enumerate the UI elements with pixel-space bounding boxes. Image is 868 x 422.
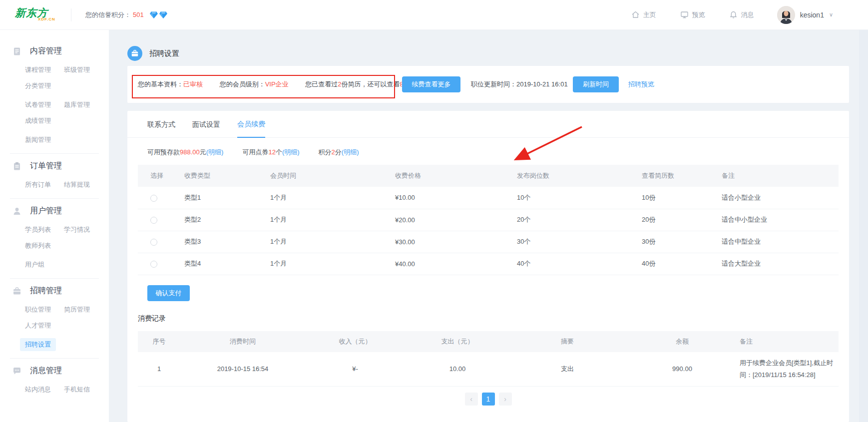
plan-radio[interactable] xyxy=(150,239,157,246)
sidebar-item-all-orders[interactable]: 所有订单 xyxy=(25,178,64,191)
col-remark: 备注 xyxy=(740,331,839,352)
nav-preview[interactable]: 预览 xyxy=(680,10,705,19)
sidebar-item-student-list[interactable]: 学员列表 xyxy=(25,223,64,236)
diamond-icons xyxy=(150,11,167,18)
recruitment-preview-link[interactable]: 招聘预览 xyxy=(628,80,654,89)
plans-table: 选择 收费类型 会员时间 收费价格 发布岗位数 查看简历数 备注 类型1 1个月… xyxy=(138,165,839,275)
page-scrollbar[interactable] xyxy=(859,30,868,422)
sidebar-item-site-messages[interactable]: 站内消息 xyxy=(25,383,64,396)
sidebar-item-news-mgmt[interactable]: 新闻管理 xyxy=(25,133,64,146)
sidebar-group: 新闻管理 xyxy=(0,133,109,146)
balance-label: 积分 xyxy=(319,148,332,156)
records-header-row: 序号 消费时间 收入（元） 支出（元） 摘要 余额 备注 xyxy=(138,331,839,352)
sidebar-divider xyxy=(10,153,99,154)
nav-messages[interactable]: 消息 xyxy=(729,10,754,19)
briefcase-icon xyxy=(131,49,139,57)
confirm-pay-button[interactable]: 确认支付 xyxy=(147,285,190,301)
app-logo[interactable]: 新东方 XDF.CN xyxy=(0,8,71,21)
sidebar-item-talent-mgmt[interactable]: 人才管理 xyxy=(25,319,64,332)
briefcase-icon xyxy=(12,287,21,296)
sidebar-item-study-status[interactable]: 学习情况 xyxy=(64,223,109,236)
membership-card: 联系方式 面试设置 会员续费 可用预存款988.00元(明细) 可用点券12个(… xyxy=(127,111,849,422)
plan-radio[interactable] xyxy=(150,195,157,202)
coupon-detail-link[interactable]: (明细) xyxy=(282,148,300,156)
page-title: 招聘设置 xyxy=(149,49,179,58)
sidebar-item-recruitment-settings[interactable]: 招聘设置 xyxy=(20,338,56,351)
tab-membership-renewal[interactable]: 会员续费 xyxy=(237,120,265,138)
plan-select-cell xyxy=(138,187,182,209)
plan-type: 类型1 xyxy=(182,187,268,209)
top-header: 新东方 XDF.CN 您的信誉积分： 501 主页 预览 消息 kesion1 … xyxy=(0,0,868,30)
sidebar-group: 站内消息 手机短信 xyxy=(0,383,109,396)
col-fee-type: 收费类型 xyxy=(182,165,268,187)
message-icon xyxy=(12,367,21,376)
user-menu[interactable]: kesion1 ∨ xyxy=(777,6,833,24)
sidebar-section-title: 招聘管理 xyxy=(30,286,62,296)
pagination-prev-button[interactable]: ‹ xyxy=(465,393,478,406)
tab-contact-info[interactable]: 联系方式 xyxy=(147,120,175,137)
nav-home[interactable]: 主页 xyxy=(631,10,656,19)
col-member-duration: 会员时间 xyxy=(268,165,393,187)
col-balance: 余额 xyxy=(625,331,740,352)
sidebar-group: 所有订单 结算提现 xyxy=(0,178,109,191)
renew-view-more-button[interactable]: 续费查看更多 xyxy=(402,76,460,92)
sidebar-item-settlement-withdraw[interactable]: 结算提现 xyxy=(64,178,109,191)
plan-radio[interactable] xyxy=(150,261,157,268)
record-remark: 用于续费企业会员[类型1],截止时间：[2019/11/15 16:54:28] xyxy=(740,352,839,387)
pagination-next-button[interactable]: › xyxy=(499,393,512,406)
plan-row: 类型4 1个月 ¥40.00 40个 40份 适合大型企业 xyxy=(138,253,839,275)
document-icon xyxy=(12,47,21,56)
sidebar-group: 招聘设置 xyxy=(0,338,109,351)
logo-subtext: XDF.CN xyxy=(38,17,71,21)
pagination: ‹ 1 › xyxy=(127,393,849,406)
col-select: 选择 xyxy=(138,165,182,187)
sidebar-section-title: 内容管理 xyxy=(30,46,62,56)
diamond-icon xyxy=(159,11,167,18)
plan-radio[interactable] xyxy=(150,217,157,224)
chevron-down-icon: ∨ xyxy=(829,11,833,18)
col-resume-views: 查看简历数 xyxy=(639,165,719,187)
tab-interview-settings[interactable]: 面试设置 xyxy=(192,120,220,137)
sidebar-item-score-mgmt[interactable]: 成绩管理 xyxy=(25,114,64,127)
points-coupon-balance: 可用点券12个(明细) xyxy=(242,148,299,157)
sidebar-item-question-bank-mgmt[interactable]: 题库管理 xyxy=(64,98,109,111)
plan-remark: 适合小型企业 xyxy=(719,187,839,209)
col-time: 消费时间 xyxy=(180,331,305,352)
sidebar-group: 课程管理 班级管理 分类管理 xyxy=(0,63,109,92)
sidebar-group: 学员列表 学习情况 教师列表 xyxy=(0,223,109,252)
credit-value: 501 xyxy=(133,11,144,18)
plan-remark: 适合中型企业 xyxy=(719,231,839,253)
sidebar-item-class-mgmt[interactable]: 班级管理 xyxy=(64,63,109,76)
consumption-records-title: 消费记录 xyxy=(138,314,849,323)
prepaid-detail-link[interactable]: (明细) xyxy=(206,148,224,156)
clipboard-icon xyxy=(12,162,21,171)
page-title-row: 招聘设置 xyxy=(127,30,849,66)
job-update-time: 职位更新时间：2019-10-21 16:01 xyxy=(471,80,568,89)
plan-remark: 适合中小型企业 xyxy=(719,209,839,231)
sidebar-section-title: 订单管理 xyxy=(30,161,62,171)
plan-job-posts: 20个 xyxy=(514,209,639,231)
plan-resume-views: 30份 xyxy=(639,231,719,253)
sidebar-item-teacher-list[interactable]: 教师列表 xyxy=(25,239,64,252)
score-balance: 积分2分(明细) xyxy=(319,148,359,157)
sidebar-section-title: 用户管理 xyxy=(30,206,62,216)
plan-select-cell xyxy=(138,253,182,275)
sidebar-item-resume-mgmt[interactable]: 简历管理 xyxy=(64,303,109,316)
profile-value: 已审核 xyxy=(183,80,203,88)
pagination-page-1[interactable]: 1 xyxy=(482,393,495,406)
sidebar-item-course-mgmt[interactable]: 课程管理 xyxy=(25,63,64,76)
sidebar-item-sms[interactable]: 手机短信 xyxy=(64,383,109,396)
sidebar-item-user-groups[interactable]: 用户组 xyxy=(25,258,64,271)
score-detail-link[interactable]: (明细) xyxy=(342,148,359,156)
sidebar-item-category-mgmt[interactable]: 分类管理 xyxy=(25,79,64,92)
sidebar-section-users: 用户管理 xyxy=(0,206,109,216)
plan-price: ¥20.00 xyxy=(393,209,514,231)
user-icon xyxy=(12,207,21,216)
nav-home-label: 主页 xyxy=(643,10,656,19)
refresh-time-button[interactable]: 刷新时间 xyxy=(573,76,619,92)
sidebar-item-job-mgmt[interactable]: 职位管理 xyxy=(25,303,64,316)
prepaid-balance: 可用预存款988.00元(明细) xyxy=(147,148,223,157)
sidebar-item-exam-mgmt[interactable]: 试卷管理 xyxy=(25,98,64,111)
balance-unit: 分 xyxy=(335,148,342,156)
record-expense: 10.00 xyxy=(405,352,510,387)
